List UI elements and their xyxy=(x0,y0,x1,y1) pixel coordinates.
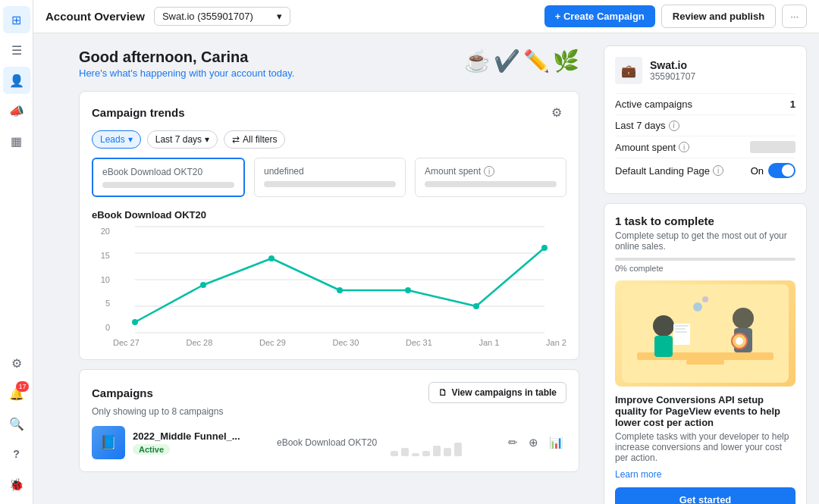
account-card-header: 💼 Swat.io 355901707 xyxy=(615,57,795,84)
landing-info-icon[interactable]: i xyxy=(713,165,723,176)
campaign-info: 2022_Middle Funnel_... Active xyxy=(133,430,269,455)
svg-rect-18 xyxy=(675,328,686,330)
svg-point-23 xyxy=(736,337,743,345)
leads-filter-button[interactable]: Leads ▾ xyxy=(92,130,141,149)
chevron-down-icon: ▾ xyxy=(277,11,282,22)
sidebar-item-table[interactable]: ▦ xyxy=(3,127,30,155)
last7-info-icon[interactable]: i xyxy=(669,121,679,131)
campaign-name: 2022_Middle Funnel_... xyxy=(133,430,262,442)
days-filter-chevron: ▾ xyxy=(205,134,209,145)
sidebar-item-menu[interactable]: ☰ xyxy=(3,36,30,64)
greeting-text: Good afternoon, Carina Here's what's hap… xyxy=(79,49,294,79)
table-row: 📘 2022_Middle Funnel_... Active eBook Do… xyxy=(92,426,566,459)
svg-point-10 xyxy=(473,303,479,309)
svg-point-8 xyxy=(337,287,343,293)
active-campaigns-stat: Active campaigns 1 xyxy=(615,93,795,114)
info-icon[interactable]: i xyxy=(484,166,494,177)
view-campaigns-table-button[interactable]: 🗋 View campaigns in table xyxy=(428,382,567,403)
greeting-title: Good afternoon, Carina xyxy=(79,49,294,66)
account-card: 💼 Swat.io 355901707 Active campaigns 1 L… xyxy=(604,45,807,194)
pencil-icon: ✏️ xyxy=(523,49,550,74)
metric-tiles: eBook Download OKT20 undefined Amount sp… xyxy=(92,158,566,197)
last7-stat: Last 7 days i xyxy=(615,114,795,136)
sidebar-item-help[interactable]: ? xyxy=(3,440,30,468)
sidebar-item-notifications[interactable]: 🔔 17 xyxy=(3,380,30,407)
svg-point-5 xyxy=(132,319,138,325)
metric-tile-1[interactable]: eBook Download OKT20 xyxy=(92,158,245,197)
days-filter-label: Last 7 days xyxy=(155,134,202,145)
metric-tile-3-bar xyxy=(425,181,557,187)
campaigns-subtitle: Only showing up to 8 campaigns xyxy=(92,406,566,417)
main-content: Good afternoon, Carina Here's what's hap… xyxy=(67,33,819,504)
topbar-actions: + Create Campaign Review and publish ··· xyxy=(544,5,807,28)
toggle-switch[interactable] xyxy=(768,163,795,178)
metric-tile-2-bar xyxy=(264,181,396,187)
campaign-actions: ✏ ⊕ 📊 xyxy=(505,433,566,452)
account-selector[interactable]: Swat.io (355901707) ▾ xyxy=(154,7,290,26)
greeting-section: Good afternoon, Carina Here's what's hap… xyxy=(79,49,579,79)
coffee-icon: ☕ xyxy=(464,49,491,74)
days-filter-button[interactable]: Last 7 days ▾ xyxy=(147,130,218,149)
all-filters-label: All filters xyxy=(243,134,277,145)
copy-campaign-button[interactable]: ⊕ xyxy=(526,433,541,452)
settings-icon: ⚙ xyxy=(11,356,22,371)
svg-point-20 xyxy=(733,308,754,329)
learn-more-link[interactable]: Learn more xyxy=(615,469,795,480)
all-filters-button[interactable]: ⇄ All filters xyxy=(224,130,285,149)
sidebar-item-search[interactable]: 🔍 xyxy=(3,410,30,437)
x-labels: Dec 27 Dec 28 Dec 29 Dec 30 Dec 31 Jan 1… xyxy=(113,335,566,347)
svg-point-11 xyxy=(541,245,548,251)
svg-rect-26 xyxy=(686,360,724,365)
active-campaigns-label: Active campaigns xyxy=(615,99,692,110)
edit-campaign-button[interactable]: ✏ xyxy=(505,433,521,452)
bug-icon: 🐞 xyxy=(9,477,24,492)
more-options-button[interactable]: ··· xyxy=(782,5,807,28)
svg-rect-16 xyxy=(673,324,690,345)
home-icon: ⊞ xyxy=(11,13,21,27)
metric-tile-2-label: undefined xyxy=(264,166,396,177)
default-landing-label: Default Landing Page i xyxy=(615,165,723,177)
sidebar-item-user[interactable]: 👤 xyxy=(3,67,30,94)
svg-rect-15 xyxy=(654,336,673,357)
account-id-label: 355901707 xyxy=(650,71,695,82)
metric-tile-3[interactable]: Amount spent i xyxy=(415,158,566,197)
sidebar-item-campaign[interactable]: 📣 xyxy=(3,97,30,124)
progress-label: 0% complete xyxy=(615,264,795,273)
get-started-button[interactable]: Get started xyxy=(615,487,795,504)
sidebar-item-settings[interactable]: ⚙ xyxy=(3,349,30,377)
last7-label: Last 7 days i xyxy=(615,120,679,131)
illustration-svg xyxy=(622,284,789,383)
task-card: 1 task to complete Complete setup to get… xyxy=(604,203,807,504)
amount-info-icon[interactable]: i xyxy=(679,142,689,152)
create-campaign-button[interactable]: + Create Campaign xyxy=(544,5,655,27)
sidebar-item-home[interactable]: ⊞ xyxy=(3,6,30,33)
metric-tile-1-label: eBook Download OKT20 xyxy=(102,167,234,177)
svg-point-6 xyxy=(200,282,206,288)
chart-title: eBook Download OKT20 xyxy=(92,209,566,221)
svg-point-7 xyxy=(268,255,275,261)
review-publish-button[interactable]: Review and publish xyxy=(661,5,776,28)
bar-6 xyxy=(444,448,451,456)
svg-point-9 xyxy=(405,287,411,293)
page-title: Account Overview xyxy=(46,10,145,23)
filter-icon: ⇄ xyxy=(232,134,240,145)
plant-icon: 🌿 xyxy=(553,49,579,74)
campaigns-card: Campaigns 🗋 View campaigns in table Only… xyxy=(79,369,579,472)
sidebar-item-bug[interactable]: 🐞 xyxy=(3,471,30,498)
table-icon: ▦ xyxy=(11,134,22,149)
notifications-badge: 17 xyxy=(16,381,28,392)
metric-tile-2[interactable]: undefined xyxy=(254,158,406,197)
toggle-label: On xyxy=(751,163,795,178)
gear-button[interactable]: ⚙ xyxy=(547,104,566,121)
user-icon: 👤 xyxy=(9,74,24,88)
chart-area: Dec 27 Dec 28 Dec 29 Dec 30 Dec 31 Jan 1… xyxy=(113,227,566,347)
sidebar: ⊞ ☰ 👤 📣 ▦ ⚙ 🔔 17 🔍 ? 🐞 xyxy=(0,0,33,504)
metric-tile-1-bar xyxy=(102,182,234,188)
account-avatar-icon: 💼 xyxy=(621,64,636,78)
checkmark-icon: ✔️ xyxy=(494,49,520,74)
metric-tile-3-label: Amount spent i xyxy=(425,166,557,177)
bar-5 xyxy=(433,446,441,456)
table-icon-small: 🗋 xyxy=(438,387,447,398)
campaign-thumbnail: 📘 xyxy=(92,426,125,459)
chart-campaign-button[interactable]: 📊 xyxy=(546,433,566,452)
